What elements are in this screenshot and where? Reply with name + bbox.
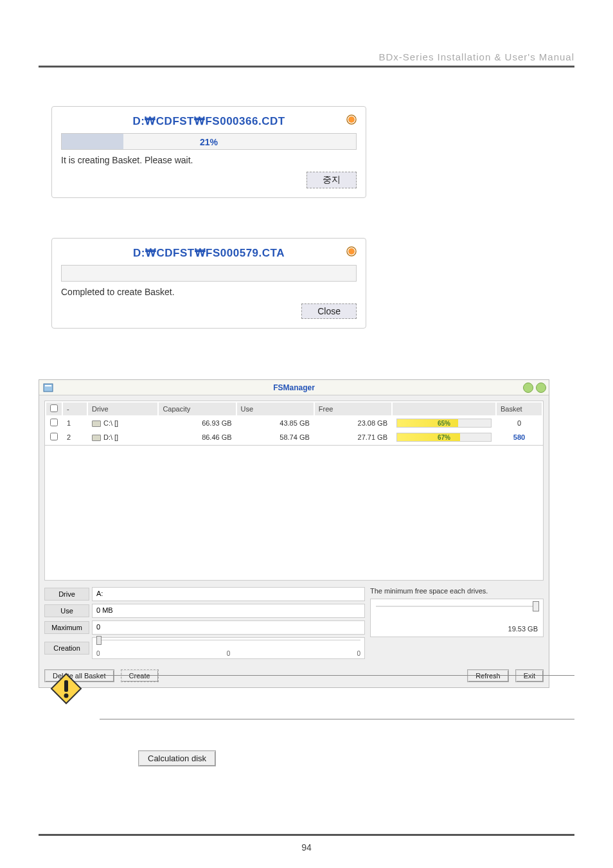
table-row[interactable]: 2D:\ []86.46 GB58.74 GB27.71 GB67%580 — [46, 431, 542, 444]
dialog1-message: It is creating Basket. Please wait. — [61, 155, 357, 165]
maximum-label: Maximum — [44, 621, 89, 634]
row-use: 58.74 GB — [237, 431, 314, 444]
exit-button[interactable]: Exit — [515, 669, 544, 682]
progress-bar: 21% — [61, 133, 357, 150]
fsmanager-titlebar: FSManager — [39, 380, 549, 395]
slider-thumb-icon[interactable] — [96, 636, 102, 645]
row-drive: C:\ [] — [88, 417, 157, 429]
create-basket-complete-dialog: D:₩CDFST₩FS000579.CTA Completed to creat… — [51, 238, 366, 329]
tick-0: 0 — [96, 650, 100, 657]
maximum-field: 0 — [92, 620, 365, 635]
tick-1: 0 — [227, 650, 231, 657]
header-rule — [39, 66, 574, 68]
caution-rule-bottom — [100, 719, 574, 719]
progress-percent: 21% — [62, 134, 356, 149]
col-free: Free — [315, 402, 391, 415]
progress-bar-empty — [61, 265, 357, 282]
min-free-space-box: 19.53 GB — [370, 599, 544, 637]
dialog2-message: Completed to create Basket. — [61, 287, 357, 297]
row-free: 27.71 GB — [315, 431, 391, 444]
drive-table-empty-area — [44, 446, 544, 581]
status-indicator-icon — [346, 114, 357, 125]
row-use: 43.85 GB — [237, 417, 314, 429]
create-basket-progress-dialog: D:₩CDFST₩FS000366.CDT 21% It is creating… — [51, 106, 366, 198]
use-field: 0 MB — [92, 604, 365, 618]
select-all-checkbox[interactable] — [50, 404, 58, 412]
fsmanager-title: FSManager — [39, 380, 549, 395]
drive-icon — [92, 435, 101, 441]
col-use: Use — [237, 402, 314, 415]
row-checkbox[interactable] — [50, 433, 58, 440]
dialog2-path: D:₩CDFST₩FS000579.CTA — [61, 246, 357, 260]
refresh-button[interactable]: Refresh — [467, 669, 509, 682]
svg-point-3 — [348, 248, 355, 255]
row-free: 23.08 GB — [315, 417, 391, 429]
row-capacity: 86.46 GB — [159, 431, 235, 444]
footer-rule — [39, 834, 574, 836]
fsmanager-window: FSManager - Drive Capacity Use Free Bask… — [39, 379, 549, 688]
caution-icon — [50, 673, 82, 705]
row-idx: 1 — [63, 417, 87, 429]
col-idx: - — [63, 402, 87, 415]
dialog1-path: D:₩CDFST₩FS000366.CDT — [61, 114, 357, 128]
drive-label: Drive — [44, 588, 89, 601]
min-free-slider-thumb-icon[interactable] — [533, 601, 539, 611]
table-row[interactable]: 1C:\ []66.93 GB43.85 GB23.08 GB65%0 — [46, 417, 542, 429]
row-checkbox[interactable] — [50, 419, 58, 426]
row-capacity: 66.93 GB — [159, 417, 235, 429]
creation-slider[interactable]: 0 0 0 — [92, 637, 365, 659]
svg-point-8 — [64, 694, 69, 698]
creation-label: Creation — [44, 642, 89, 655]
use-label: Use — [44, 604, 89, 617]
row-drive: D:\ [] — [88, 431, 157, 444]
min-free-space-label: The minimum free space each drives. — [370, 587, 544, 595]
status-indicator-icon — [346, 246, 357, 257]
col-usage — [393, 402, 495, 415]
close-icon[interactable] — [536, 383, 546, 393]
row-basket: 0 — [497, 417, 542, 429]
close-button[interactable]: Close — [301, 303, 357, 319]
col-check — [46, 402, 62, 415]
minimize-icon[interactable] — [523, 383, 533, 393]
min-free-value: 19.53 GB — [508, 625, 538, 633]
row-idx: 2 — [63, 431, 87, 444]
min-free-slider[interactable] — [376, 606, 538, 607]
drive-field: A: — [92, 587, 365, 601]
svg-rect-7 — [64, 680, 68, 692]
drive-icon — [92, 420, 101, 427]
col-capacity: Capacity — [159, 402, 235, 415]
svg-point-1 — [348, 116, 355, 123]
caution-rule-top — [100, 675, 574, 676]
calculation-disk-button[interactable]: Calculation disk — [138, 750, 216, 766]
page-header-title: BDx-Series Installation & User's Manual — [379, 51, 574, 62]
row-usage: 65% — [393, 417, 495, 429]
create-button[interactable]: Create — [121, 669, 159, 682]
page-number: 94 — [0, 842, 613, 853]
stop-button[interactable]: 중지 — [306, 172, 357, 188]
row-usage: 67% — [393, 431, 495, 444]
row-basket: 580 — [497, 431, 542, 444]
col-basket: Basket — [497, 402, 542, 415]
col-drive: Drive — [88, 402, 157, 415]
tick-2: 0 — [357, 650, 360, 657]
drive-table: - Drive Capacity Use Free Basket 1C:\ []… — [44, 401, 544, 446]
